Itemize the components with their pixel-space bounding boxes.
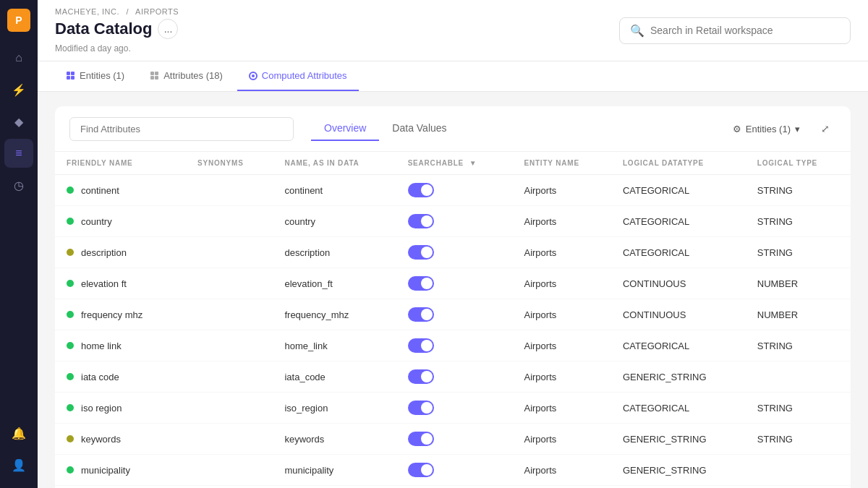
search-icon: 🔍 <box>630 24 644 38</box>
cell-entity-name: Airports <box>512 299 610 330</box>
cell-searchable <box>396 268 513 299</box>
search-input[interactable] <box>650 25 840 36</box>
app-logo[interactable]: P <box>7 9 30 32</box>
table-row: home link home_link Airports CATEGORICAL… <box>55 330 851 361</box>
main-content: MACHEYE, INC. / AIRPORTS Data Catalog ..… <box>38 0 868 488</box>
col-logical-type: LOGICAL TYPE <box>746 152 851 175</box>
col-friendly-name: FRIENDLY NAME <box>55 152 186 175</box>
searchable-toggle[interactable] <box>408 401 434 415</box>
cell-searchable <box>396 237 513 268</box>
tab-computed-attributes[interactable]: Computed Attributes <box>237 61 359 91</box>
col-name-in-data: NAME, AS IN DATA <box>273 152 396 175</box>
searchable-toggle[interactable] <box>408 183 434 197</box>
cell-friendly-name: iata code <box>55 361 186 393</box>
panel-tab-data-values[interactable]: Data Values <box>379 116 459 141</box>
table-body: continent continent Airports CATEGORICAL… <box>55 175 851 489</box>
col-entity-name: ENTITY NAME <box>512 152 610 175</box>
cell-friendly-name: home link <box>55 330 186 361</box>
cell-name-in-data: name <box>273 486 396 489</box>
searchable-toggle[interactable] <box>408 369 434 384</box>
searchable-toggle[interactable] <box>408 214 434 228</box>
table-row: country country Airports CATEGORICAL STR… <box>55 206 851 237</box>
sidebar-item-layers[interactable]: ≡ <box>4 139 33 168</box>
cell-entity-name: Airports <box>512 486 610 489</box>
cell-entity-name: Airports <box>512 237 610 268</box>
cell-entity-name: Airports <box>512 361 610 393</box>
cell-logical-type: STRING <box>746 237 851 268</box>
cell-friendly-name: keywords <box>55 424 186 455</box>
status-dot <box>67 249 74 256</box>
cell-entity-name: Airports <box>512 330 610 361</box>
friendly-name-value: frequency mhz <box>81 309 142 320</box>
tab-entities[interactable]: Entities (1) <box>55 61 136 91</box>
cell-friendly-name: name <box>55 486 186 489</box>
sidebar-item-home[interactable]: ⌂ <box>4 43 33 72</box>
sidebar-item-bell[interactable]: 🔔 <box>4 419 33 448</box>
searchable-toggle[interactable] <box>408 307 434 322</box>
breadcrumb-page: AIRPORTS <box>135 7 179 16</box>
status-dot <box>67 311 74 318</box>
sidebar: P ⌂ ⚡ ◆ ≡ ◷ 🔔 👤 <box>0 0 38 488</box>
tab-computed-label: Computed Attributes <box>262 70 347 81</box>
cell-entity-name: Airports <box>512 455 610 486</box>
table-row: name name Airports GENERIC_STRING <box>55 486 851 489</box>
cell-logical-datatype: GENERIC_STRING <box>611 361 746 393</box>
cell-synonyms <box>186 299 273 330</box>
tab-attributes[interactable]: Attributes (18) <box>139 61 234 91</box>
friendly-name-value: municipality <box>81 465 130 476</box>
cell-friendly-name: municipality <box>55 455 186 486</box>
friendly-name-value: keywords <box>81 434 121 445</box>
table-row: description description Airports CATEGOR… <box>55 237 851 268</box>
cell-friendly-name: iso region <box>55 393 186 424</box>
cell-name-in-data: iata_code <box>273 361 396 393</box>
cell-synonyms <box>186 330 273 361</box>
cell-name-in-data: keywords <box>273 424 396 455</box>
breadcrumb: MACHEYE, INC. / AIRPORTS <box>55 7 179 16</box>
cell-logical-type <box>746 361 851 393</box>
searchable-toggle[interactable] <box>408 276 434 291</box>
panel-tab-overview[interactable]: Overview <box>311 116 379 141</box>
cell-logical-type: STRING <box>746 330 851 361</box>
cell-friendly-name: frequency mhz <box>55 299 186 330</box>
col-searchable: SEARCHABLE ▼ <box>396 152 513 175</box>
sidebar-item-pulse[interactable]: ⚡ <box>4 75 33 104</box>
cell-logical-datatype: CATEGORICAL <box>611 330 746 361</box>
status-dot <box>67 342 74 349</box>
cell-logical-type: NUMBER <box>746 299 851 330</box>
searchable-toggle[interactable] <box>408 338 434 353</box>
searchable-toggle[interactable] <box>408 432 434 446</box>
more-options-button[interactable]: ... <box>158 19 178 39</box>
cell-logical-type: STRING <box>746 175 851 206</box>
cell-entity-name: Airports <box>512 393 610 424</box>
cell-friendly-name: country <box>55 206 186 237</box>
filter-entities-button[interactable]: ⚙ Entities (1) ▾ <box>726 119 807 139</box>
entities-icon <box>67 72 75 80</box>
cell-searchable <box>396 361 513 393</box>
friendly-name-value: home link <box>81 341 122 351</box>
sort-icon[interactable]: ▼ <box>469 159 477 167</box>
search-bar[interactable]: 🔍 <box>619 17 851 44</box>
find-attributes-input[interactable] <box>69 117 294 141</box>
cell-friendly-name: elevation ft <box>55 268 186 299</box>
table-header-row: FRIENDLY NAME SYNONYMS NAME, AS IN DATA … <box>55 152 851 175</box>
cell-name-in-data: home_link <box>273 330 396 361</box>
table-row: elevation ft elevation_ft Airports CONTI… <box>55 268 851 299</box>
cell-entity-name: Airports <box>512 268 610 299</box>
title-row: Data Catalog ... <box>55 19 179 39</box>
cell-name-in-data: description <box>273 237 396 268</box>
cell-logical-datatype: CATEGORICAL <box>611 237 746 268</box>
searchable-toggle[interactable] <box>408 245 434 260</box>
sidebar-item-clock[interactable]: ◷ <box>4 171 33 200</box>
col-synonyms: SYNONYMS <box>186 152 273 175</box>
status-dot <box>67 466 74 474</box>
searchable-toggle[interactable] <box>408 463 434 477</box>
friendly-name-value: elevation ft <box>81 278 127 289</box>
cell-logical-type: NUMBER <box>746 268 851 299</box>
cell-logical-datatype: CONTINUOUS <box>611 299 746 330</box>
col-logical-datatype: LOGICAL DATATYPE <box>611 152 746 175</box>
friendly-name-value: iata code <box>81 372 119 382</box>
sidebar-item-user[interactable]: 👤 <box>4 450 33 479</box>
expand-button[interactable]: ⤢ <box>814 118 836 140</box>
cell-friendly-name: description <box>55 237 186 268</box>
sidebar-item-diamond[interactable]: ◆ <box>4 107 33 136</box>
